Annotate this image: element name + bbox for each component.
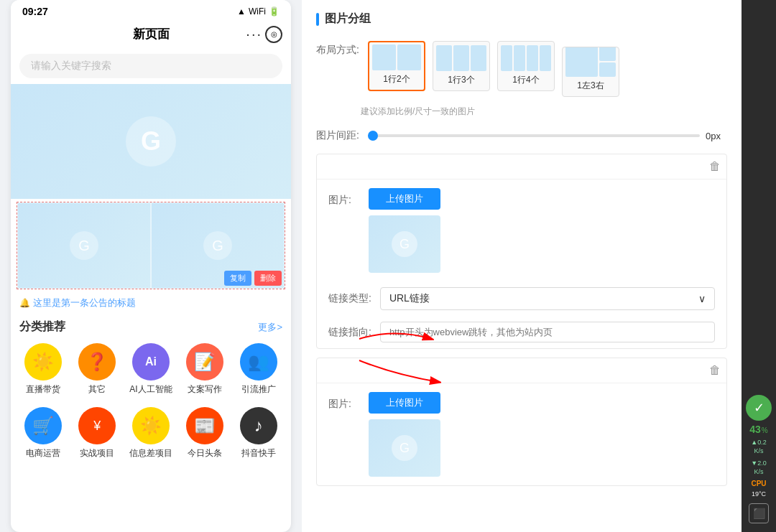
image-label-1: 图片: xyxy=(328,188,360,207)
widget-percent-display: 43 % xyxy=(749,424,767,435)
config-section-title: 图片分组 xyxy=(325,11,371,27)
card-1-image-row: 图片: 上传图片 G xyxy=(317,179,726,281)
card-1-delete-icon[interactable]: 🗑 xyxy=(709,160,721,173)
image-label-2: 图片: xyxy=(328,392,360,411)
notice-text: 这里是第一条公告的标题 xyxy=(33,297,136,309)
link-type-row: 链接类型: URL链接 ∨ xyxy=(317,281,726,316)
layout-cell-3a xyxy=(436,45,452,71)
layout-cell-4a xyxy=(501,45,512,71)
image-cell-1: G xyxy=(17,202,151,289)
chevron-down-icon: ∨ xyxy=(698,293,706,304)
preview-logo-1: G xyxy=(392,231,417,257)
category-label-ecom: 电商运营 xyxy=(26,447,60,459)
delete-button[interactable]: 删除 xyxy=(254,271,282,286)
status-icons: ▲ WiFi 🔋 xyxy=(237,6,280,17)
link-target-label: 链接指向: xyxy=(328,326,371,339)
layout-option-1left3right[interactable]: 1左3右 xyxy=(562,47,619,97)
banner-logo: G xyxy=(126,116,176,167)
gap-label: 图片间距: xyxy=(316,129,359,142)
system-widget: ✓ 43 % ▲0.2 K/s ▼2.0 K/s CPU 19°C ⬛ xyxy=(742,0,776,532)
category-item-writing[interactable]: 📝 文案写作 xyxy=(180,343,228,396)
layout-row: 布局方式: 1行2个 1行3个 xyxy=(302,35,742,103)
category-icon-practice: ¥ xyxy=(78,407,116,444)
layout-cell-2 xyxy=(397,45,421,70)
layout-option-2col[interactable]: 1行2个 xyxy=(368,41,425,91)
layout-option-4col[interactable]: 1行4个 xyxy=(497,41,555,91)
action-buttons: 复制 删除 xyxy=(224,271,282,286)
category-icon-other: ❓ xyxy=(78,343,116,381)
category-item-douyin[interactable]: ♪ 抖音快手 xyxy=(234,407,282,459)
category-item-other[interactable]: ❓ 其它 xyxy=(73,343,121,396)
search-placeholder: 请输入关键字搜索 xyxy=(31,60,111,71)
net-down-value: ▼2.0 xyxy=(751,459,766,468)
image-card-1: 🗑 图片: 上传图片 G 链接类型: URL链接 ∨ xyxy=(316,154,727,349)
category-label-live: 直播带货 xyxy=(26,383,60,396)
category-item-traffic[interactable]: 👥 引流推广 xyxy=(234,343,282,396)
category-icon-ai: Ai xyxy=(132,343,170,381)
layout-hint: 建议添加比例/尺寸一致的图片 xyxy=(302,103,742,123)
category-more[interactable]: 更多> xyxy=(258,321,282,334)
upload-btn-1[interactable]: 上传图片 xyxy=(369,188,440,210)
category-icon-toutiao: 📰 xyxy=(186,407,223,444)
layout-cell-small-1 xyxy=(599,47,616,61)
status-bar: 09:27 ▲ WiFi 🔋 xyxy=(11,0,291,20)
category-label-toutiao: 今日头条 xyxy=(188,447,222,459)
card-1-header: 🗑 xyxy=(317,154,726,179)
category-label-ai: AI人工智能 xyxy=(129,383,172,396)
upload-btn-2[interactable]: 上传图片 xyxy=(369,392,440,414)
slider-thumb[interactable] xyxy=(368,131,378,141)
layout-preview-4 xyxy=(498,41,554,71)
category-label-traffic: 引流推广 xyxy=(241,383,276,396)
widget-camera-icon[interactable]: ⬛ xyxy=(749,503,769,523)
cell-logo-1: G xyxy=(70,231,98,260)
gap-row: 图片间距: 0px xyxy=(302,123,742,148)
signal-icon: ▲ xyxy=(237,6,246,17)
nav-scan-icon[interactable]: ◎ xyxy=(265,26,282,43)
gap-slider[interactable] xyxy=(368,134,700,137)
gap-value: 0px xyxy=(706,131,727,141)
battery-icon: 🔋 xyxy=(269,6,280,17)
banner-section: G xyxy=(11,84,291,199)
image-upload-area-2: 上传图片 G xyxy=(369,392,440,477)
layout-option-3col[interactable]: 1行3个 xyxy=(433,41,490,91)
layout-label-special: 1左3右 xyxy=(577,80,604,92)
phone-frame: 09:27 ▲ WiFi 🔋 新页面 ··· ◎ 请输入关键字搜索 xyxy=(11,0,291,532)
status-time: 09:27 xyxy=(22,6,48,17)
nav-bar: 新页面 ··· ◎ xyxy=(11,20,291,48)
category-icon-info: ☀️ xyxy=(132,407,170,444)
layout-label-4col: 1行4个 xyxy=(512,74,539,86)
layout-preview-special xyxy=(563,47,619,77)
category-title: 分类推荐 xyxy=(19,319,65,335)
widget-percent-value: 43 xyxy=(749,424,761,435)
net-up-value: ▲0.2 xyxy=(751,438,766,447)
image-upload-area-1: 上传图片 G xyxy=(369,188,440,273)
layout-cell-4d xyxy=(540,45,551,71)
category-label-other: 其它 xyxy=(88,383,106,396)
link-type-value: URL链接 xyxy=(389,292,430,305)
nav-more-dots[interactable]: ··· xyxy=(246,26,262,42)
card-2-image-row: 图片: 上传图片 G xyxy=(317,383,726,485)
search-bar[interactable]: 请输入关键字搜索 xyxy=(19,54,282,78)
category-item-info[interactable]: ☀️ 信息差项目 xyxy=(127,407,175,459)
category-item-ecom[interactable]: 🛒 电商运营 xyxy=(19,407,68,459)
notice-bar: 🔔 这里是第一条公告的标题 xyxy=(11,292,291,314)
widget-net-down: ▼2.0 K/s xyxy=(751,459,766,477)
layout-cell-1 xyxy=(372,45,396,70)
wifi-icon: WiFi xyxy=(249,6,266,17)
cell-logo-2: G xyxy=(203,231,232,260)
layout-options-group: 1行2个 1行3个 xyxy=(368,41,619,97)
link-target-input[interactable] xyxy=(380,322,715,342)
copy-button[interactable]: 复制 xyxy=(224,271,251,286)
card-2-delete-icon[interactable]: 🗑 xyxy=(709,364,721,377)
card-2-header: 🗑 xyxy=(317,358,726,383)
widget-check-icon: ✓ xyxy=(746,395,772,421)
image-group-dashed: G G 复制 删除 xyxy=(17,202,285,289)
widget-cpu-temp: 19°C xyxy=(752,490,766,498)
widget-cpu-label: CPU xyxy=(751,480,766,487)
category-item-ai[interactable]: Ai AI人工智能 xyxy=(127,343,175,396)
category-item-toutiao[interactable]: 📰 今日头条 xyxy=(180,407,228,459)
link-type-select[interactable]: URL链接 ∨ xyxy=(380,287,715,310)
category-item-practice[interactable]: ¥ 实战项目 xyxy=(73,407,121,459)
config-panel: 图片分组 布局方式: 1行2个 xyxy=(302,0,742,532)
category-item-live[interactable]: ☀️ 直播带货 xyxy=(19,343,68,396)
